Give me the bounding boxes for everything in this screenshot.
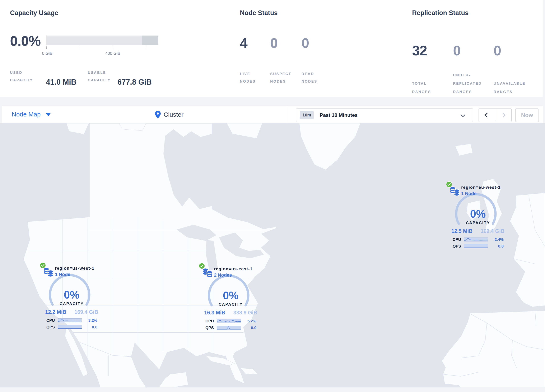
time-step-forward-button[interactable] <box>495 109 512 122</box>
time-range-badge: 10m <box>300 111 314 119</box>
capacity-percent: 0.0% <box>10 33 41 49</box>
region-capacity-label: CAPACITY <box>450 221 506 225</box>
node-map[interactable]: region=us-west-1 1 Node 0% CAPACITY 12.2… <box>0 123 545 387</box>
under-replicated-ranges-label: UNDER- REPLICATED RANGES <box>453 71 482 96</box>
region-qps-row: QPS 0.0 <box>43 325 100 330</box>
dead-nodes-count: 0 <box>302 35 309 51</box>
capacity-axis-tick-0: 0 GiB <box>42 51 52 56</box>
database-nodes-icon <box>450 186 461 197</box>
cpu-sparkline <box>217 319 241 323</box>
region-capacity-percent: 0% <box>203 289 259 302</box>
region-total-capacity: 338.9 GiB <box>233 310 257 316</box>
cluster-overview-page: Capacity Usage 0.0% 0 GiB 400 GiB USED C… <box>0 0 545 392</box>
region-node-count: 1 Node <box>55 272 70 277</box>
time-range-label: Past 10 Minutes <box>320 112 358 118</box>
qps-sparkline <box>464 244 488 248</box>
database-nodes-icon <box>203 268 213 278</box>
capacity-usage-bar <box>46 36 158 45</box>
view-selector-label: Node Map <box>12 111 41 118</box>
region-capacity-values: 12.2 MiB 169.4 GiB <box>45 309 98 315</box>
map-pin-icon <box>155 111 161 118</box>
region-capacity-values: 16.3 MiB 338.9 GiB <box>204 310 257 316</box>
qps-label: QPS <box>205 325 214 330</box>
qps-value: 0.0 <box>490 244 504 249</box>
qps-value: 0.0 <box>84 325 97 330</box>
region-used-capacity: 12.2 MiB <box>45 309 66 315</box>
region-name: region=us-west-1 <box>55 266 94 271</box>
cpu-sparkline <box>464 237 488 242</box>
summary-stats-panel: Capacity Usage 0.0% 0 GiB 400 GiB USED C… <box>0 0 543 97</box>
usable-capacity-label: USABLE CAPACITY <box>88 69 111 84</box>
region-capacity-values: 12.5 MiB 169.4 GiB <box>451 228 504 234</box>
time-step-back-button[interactable] <box>479 109 495 122</box>
region-cpu-row: CPU 2.4% <box>450 237 506 242</box>
capacity-bar-reserved-segment <box>142 36 158 45</box>
replication-status-title: Replication Status <box>412 9 469 17</box>
cpu-value: 5.2% <box>243 319 256 324</box>
unavailable-ranges-label: UNAVAILABLE RANGES <box>494 80 525 96</box>
database-nodes-icon <box>43 267 54 278</box>
region-qps-row: QPS 0.0 <box>203 325 259 330</box>
capacity-axis-tick-400: 400 GiB <box>105 51 120 56</box>
region-name: region=eu-west-1 <box>461 185 501 190</box>
region-qps-row: QPS 0.0 <box>450 244 506 249</box>
suspect-nodes-count: 0 <box>270 35 278 51</box>
cpu-value: 3.2% <box>84 318 97 323</box>
world-map <box>0 123 545 387</box>
region-total-capacity: 169.4 GiB <box>481 228 504 234</box>
total-ranges-count: 32 <box>412 43 427 59</box>
cpu-label: CPU <box>453 237 461 242</box>
region-total-capacity: 169.4 GiB <box>74 309 98 315</box>
dead-nodes-label: DEAD NODES <box>302 70 317 85</box>
chevron-down-icon <box>461 113 465 117</box>
time-step-control <box>478 108 512 122</box>
region-cpu-row: CPU 3.2% <box>43 318 100 323</box>
cpu-sparkline <box>58 318 82 322</box>
qps-sparkline <box>217 326 241 330</box>
region-marker-us-east-1[interactable]: region=us-east-1 2 Nodes 0% CAPACITY 16.… <box>203 263 259 334</box>
breadcrumb[interactable]: Cluster <box>155 109 184 120</box>
live-nodes-label: LIVE NODES <box>240 70 256 85</box>
unavailable-ranges-count: 0 <box>494 43 501 59</box>
map-toolbar: Node Map Cluster 10m Past 10 Minutes Now <box>2 106 543 123</box>
node-status-title: Node Status <box>240 9 278 17</box>
region-node-count: 2 Nodes <box>214 272 232 278</box>
now-button[interactable]: Now <box>515 108 539 122</box>
used-capacity-label: USED CAPACITY <box>10 69 33 84</box>
used-capacity-value: 41.0 MiB <box>46 78 76 87</box>
usable-capacity-value: 677.8 GiB <box>118 78 152 87</box>
map-land-europe <box>510 193 545 307</box>
time-range-dropdown[interactable]: 10m Past 10 Minutes <box>296 108 473 122</box>
region-used-capacity: 16.3 MiB <box>204 310 225 316</box>
qps-value: 0.0 <box>243 325 256 330</box>
region-marker-us-west-1[interactable]: region=us-west-1 1 Node 0% CAPACITY 12.2… <box>43 263 100 334</box>
chevron-left-icon <box>484 113 489 118</box>
region-name: region=us-east-1 <box>214 267 253 271</box>
region-marker-eu-west-1[interactable]: region=eu-west-1 1 Node 0% CAPACITY 12.5… <box>450 182 506 253</box>
suspect-nodes-label: SUSPECT NODES <box>270 70 291 85</box>
under-replicated-ranges-count: 0 <box>453 43 461 59</box>
qps-label: QPS <box>46 325 55 330</box>
chevron-right-icon <box>501 113 506 118</box>
cpu-label: CPU <box>46 318 55 323</box>
total-ranges-label: TOTAL RANGES <box>412 80 431 96</box>
qps-sparkline <box>58 325 82 329</box>
chevron-down-icon <box>46 113 50 116</box>
region-capacity-label: CAPACITY <box>203 302 259 307</box>
live-nodes-count: 4 <box>240 35 248 51</box>
view-selector-dropdown[interactable]: Node Map <box>12 111 50 118</box>
region-used-capacity: 12.5 MiB <box>451 228 472 234</box>
qps-label: QPS <box>453 244 461 249</box>
region-capacity-label: CAPACITY <box>43 301 100 306</box>
breadcrumb-cluster-label: Cluster <box>164 111 184 118</box>
cpu-label: CPU <box>205 319 214 324</box>
cpu-value: 2.4% <box>490 237 504 242</box>
region-capacity-percent: 0% <box>450 208 506 220</box>
region-node-count: 1 Node <box>461 191 477 196</box>
region-cpu-row: CPU 5.2% <box>203 319 259 324</box>
region-capacity-percent: 0% <box>43 288 100 301</box>
capacity-usage-title: Capacity Usage <box>10 9 58 17</box>
